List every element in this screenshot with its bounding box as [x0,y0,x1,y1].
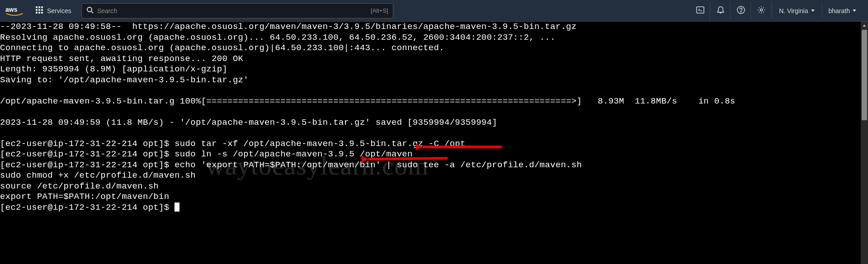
help-button[interactable] [731,2,751,19]
caret-down-icon [811,9,815,12]
user-menu[interactable]: bharath [822,4,863,18]
svg-point-16 [760,9,763,11]
question-icon [737,6,745,16]
user-label: bharath [829,7,850,14]
svg-rect-3 [41,6,43,8]
scroll-up-arrow[interactable] [861,22,868,29]
svg-rect-2 [38,6,40,8]
bell-icon [717,6,725,16]
svg-rect-5 [38,9,40,11]
terminal[interactable]: --2023-11-28 09:49:58-- https://apache.o… [0,22,861,264]
caret-down-icon [853,9,856,12]
svg-point-15 [741,11,741,12]
svg-point-10 [87,7,92,12]
svg-rect-7 [36,12,38,14]
services-label: Services [47,7,71,14]
svg-rect-9 [41,12,43,14]
header-icons: N. Virginia bharath [691,2,863,19]
search-icon [86,6,97,15]
svg-line-11 [91,11,93,13]
cloudshell-icon [696,6,704,16]
search-shortcut: [Alt+S] [371,7,388,14]
region-label: N. Virginia [779,7,808,14]
svg-rect-1 [36,6,38,8]
svg-text:aws: aws [5,6,18,13]
cursor [175,203,179,212]
settings-button[interactable] [752,2,771,19]
gear-icon [757,6,765,16]
region-selector[interactable]: N. Virginia [772,4,821,18]
grid-icon [35,6,43,15]
terminal-area: --2023-11-28 09:49:58-- https://apache.o… [0,22,868,264]
search-box[interactable]: [Alt+S] [81,3,393,19]
svg-rect-4 [36,9,38,11]
search-input[interactable] [97,7,371,14]
scrollbar[interactable] [861,22,868,264]
scrollbar-thumb[interactable] [862,30,867,120]
services-button[interactable]: Services [31,3,76,18]
notifications-button[interactable] [711,2,731,19]
svg-rect-8 [38,12,40,14]
cloudshell-button[interactable] [691,2,710,19]
svg-rect-6 [41,9,43,11]
aws-logo[interactable]: aws [5,5,24,16]
aws-header: aws Services [Alt+S] [0,0,868,22]
